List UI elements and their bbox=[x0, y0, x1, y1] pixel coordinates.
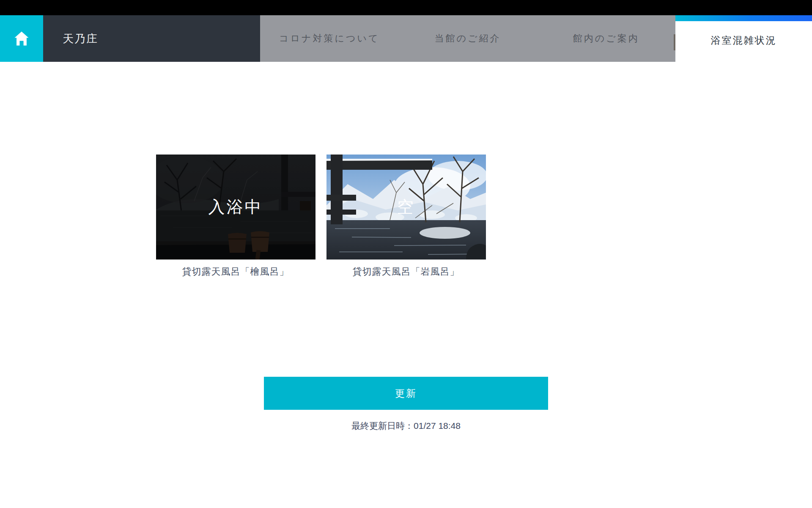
clipped-nav-fragment bbox=[674, 34, 675, 50]
home-button[interactable] bbox=[0, 15, 43, 62]
bath-card-hinoki: 入浴中 貸切露天風呂「檜風呂」 bbox=[156, 155, 315, 278]
nav-item-guide[interactable]: 館内のご案内 bbox=[537, 15, 675, 62]
update-button[interactable]: 更新 bbox=[264, 377, 548, 410]
bath-status-iwa: 空 bbox=[326, 155, 486, 260]
site-title: 天乃庄 bbox=[43, 15, 260, 62]
nav-item-corona[interactable]: コロナ対策について bbox=[260, 15, 398, 62]
bath-caption-iwa: 貸切露天風呂「岩風呂」 bbox=[326, 265, 486, 278]
nav-item-about[interactable]: 当館のご紹介 bbox=[398, 15, 537, 62]
hinoki-bath-photo: 入浴中 bbox=[156, 155, 315, 260]
active-tab-accent-strip bbox=[675, 15, 812, 21]
bath-card-empty-slot bbox=[497, 155, 656, 278]
site-title-label: 天乃庄 bbox=[63, 31, 98, 46]
bath-card-iwa: 空 貸切露天風呂「岩風呂」 bbox=[326, 155, 486, 278]
iwa-bath-photo: 空 bbox=[326, 155, 486, 260]
nav-item-label: 当館のご紹介 bbox=[434, 32, 501, 45]
navbar: 天乃庄 コロナ対策について 当館のご紹介 館内のご案内 浴室混雑状況 bbox=[0, 15, 812, 62]
nav-item-label: 館内のご案内 bbox=[573, 32, 639, 45]
nav-group: コロナ対策について 当館のご紹介 館内のご案内 bbox=[260, 15, 675, 62]
bath-status-hinoki: 入浴中 bbox=[156, 155, 315, 260]
bath-grid: 入浴中 貸切露天風呂「檜風呂」 bbox=[156, 155, 656, 278]
home-icon bbox=[12, 29, 31, 48]
nav-item-label: コロナ対策について bbox=[279, 32, 380, 45]
active-tab-label: 浴室混雑状況 bbox=[711, 34, 777, 47]
last-updated-timestamp: 最終更新日時：01/27 18:48 bbox=[156, 420, 656, 432]
top-black-bar bbox=[0, 0, 812, 15]
bath-caption-hinoki: 貸切露天風呂「檜風呂」 bbox=[156, 265, 315, 278]
tab-bath-status-active[interactable]: 浴室混雑状況 bbox=[675, 15, 812, 62]
main-content: 入浴中 貸切露天風呂「檜風呂」 bbox=[156, 155, 656, 432]
